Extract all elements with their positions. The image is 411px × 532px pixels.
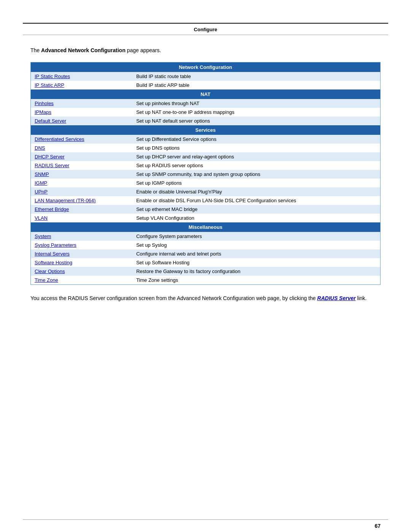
desc-syslog-parameters: Set up Syslog — [132, 241, 381, 249]
desc-ipmaps: Set up NAT one-to-one IP address mapping… — [132, 108, 381, 117]
section-network-config: Network Configuration — [31, 62, 381, 72]
link-dns[interactable]: DNS — [31, 144, 132, 152]
table-row: Default Server Set up NAT default server… — [31, 117, 381, 125]
section-miscellaneous: Miscellaneous — [31, 222, 381, 232]
table-row: Pinholes Set up pinholes through NAT — [31, 99, 381, 108]
table-row: LAN Management (TR-064) Enable or disabl… — [31, 196, 381, 205]
table-row: DNS Set up DNS options — [31, 144, 381, 152]
desc-differentiated-services: Set up Differentiated Service options — [132, 135, 381, 144]
radius-server-link-text: RADIUS Server — [317, 295, 356, 301]
link-dhcp-server[interactable]: DHCP Server — [31, 152, 132, 161]
intro-paragraph: The Advanced Network Configuration page … — [30, 46, 381, 54]
desc-lan-management: Enable or disable DSL Forum LAN-Side DSL… — [132, 196, 381, 205]
desc-upnp: Enable or disable Universal Plug'n'Play — [132, 187, 381, 196]
table-row: UPnP Enable or disable Universal Plug'n'… — [31, 187, 381, 196]
desc-dhcp-server: Set up DHCP server and relay-agent optio… — [132, 152, 381, 161]
link-ethernet-bridge[interactable]: Ethernet Bridge — [31, 205, 132, 214]
link-igmp[interactable]: IGMP — [31, 179, 132, 187]
table-row: Internal Servers Configure internal web … — [31, 249, 381, 258]
desc-system: Configure System parameters — [132, 232, 381, 241]
section-network-config-title: Network Configuration — [31, 62, 381, 72]
link-snmp[interactable]: SNMP — [31, 170, 132, 179]
link-pinholes[interactable]: Pinholes — [31, 99, 132, 108]
table-row: Ethernet Bridge Set up ethernet MAC brid… — [31, 205, 381, 214]
link-internal-servers[interactable]: Internal Servers — [31, 249, 132, 258]
link-ip-static-routes[interactable]: IP Static Routes — [31, 72, 132, 81]
network-config-table: Network Configuration IP Static Routes B… — [30, 62, 381, 285]
desc-snmp: Set up SNMP community, trap and system g… — [132, 170, 381, 179]
section-nat: NAT — [31, 89, 381, 99]
table-row: DHCP Server Set up DHCP server and relay… — [31, 152, 381, 161]
desc-vlan: Setup VLAN Configuration — [132, 214, 381, 222]
desc-clear-options: Restore the Gateway to its factory confi… — [132, 267, 381, 276]
link-default-server[interactable]: Default Server — [31, 117, 132, 125]
table-row: RADIUS Server Set up RADIUS server optio… — [31, 161, 381, 170]
page-number: 67 — [374, 523, 381, 529]
bottom-paragraph: You access the RADIUS Server configurati… — [30, 294, 381, 302]
table-row: Software Hosting Set up Software Hosting — [31, 258, 381, 267]
link-upnp[interactable]: UPnP — [31, 187, 132, 196]
desc-dns: Set up DNS options — [132, 144, 381, 152]
table-row: System Configure System parameters — [31, 232, 381, 241]
radius-server-link[interactable]: RADIUS Server — [317, 295, 356, 301]
intro-bold: Advanced Network Configuration — [41, 47, 126, 53]
table-row: Time Zone Time Zone settings — [31, 276, 381, 285]
table-row: Clear Options Restore the Gateway to its… — [31, 267, 381, 276]
section-nat-title: NAT — [31, 89, 381, 99]
content-area: The Advanced Network Configuration page … — [0, 35, 411, 519]
table-row: Differentiated Services Set up Different… — [31, 135, 381, 144]
desc-ip-static-arp: Build IP static ARP table — [132, 81, 381, 89]
link-differentiated-services[interactable]: Differentiated Services — [31, 135, 132, 144]
link-software-hosting[interactable]: Software Hosting — [31, 258, 132, 267]
table-row: Syslog Parameters Set up Syslog — [31, 241, 381, 249]
desc-default-server: Set up NAT default server options — [132, 117, 381, 125]
desc-software-hosting: Set up Software Hosting — [132, 258, 381, 267]
table-row: IGMP Set up IGMP options — [31, 179, 381, 187]
header-title: Configure — [194, 27, 217, 32]
intro-suffix: page appears. — [126, 47, 161, 53]
table-row: SNMP Set up SNMP community, trap and sys… — [31, 170, 381, 179]
desc-internal-servers: Configure internal web and telnet ports — [132, 249, 381, 258]
link-system[interactable]: System — [31, 232, 132, 241]
link-time-zone[interactable]: Time Zone — [31, 276, 132, 285]
link-ip-static-arp[interactable]: IP Static ARP — [31, 81, 132, 89]
desc-igmp: Set up IGMP options — [132, 179, 381, 187]
page-header: Configure — [23, 24, 388, 35]
bottom-suffix: link. — [356, 295, 367, 301]
desc-radius-server: Set up RADIUS server options — [132, 161, 381, 170]
section-services-title: Services — [31, 125, 381, 135]
intro-prefix: The — [30, 47, 41, 53]
link-radius-server[interactable]: RADIUS Server — [31, 161, 132, 170]
desc-ethernet-bridge: Set up ethernet MAC bridge — [132, 205, 381, 214]
table-row: IP Static Routes Build IP static route t… — [31, 72, 381, 81]
table-row: IPMaps Set up NAT one-to-one IP address … — [31, 108, 381, 117]
link-vlan[interactable]: VLAN — [31, 214, 132, 222]
bottom-prefix: You access the RADIUS Server configurati… — [30, 295, 317, 301]
desc-pinholes: Set up pinholes through NAT — [132, 99, 381, 108]
desc-time-zone: Time Zone settings — [132, 276, 381, 285]
table-row: IP Static ARP Build IP static ARP table — [31, 81, 381, 89]
desc-ip-static-routes: Build IP static route table — [132, 72, 381, 81]
section-services: Services — [31, 125, 381, 135]
footer: 67 — [0, 520, 411, 532]
link-lan-management[interactable]: LAN Management (TR-064) — [31, 196, 132, 205]
table-row: VLAN Setup VLAN Configuration — [31, 214, 381, 222]
section-miscellaneous-title: Miscellaneous — [31, 222, 381, 232]
link-ipmaps[interactable]: IPMaps — [31, 108, 132, 117]
link-clear-options[interactable]: Clear Options — [31, 267, 132, 276]
link-syslog-parameters[interactable]: Syslog Parameters — [31, 241, 132, 249]
